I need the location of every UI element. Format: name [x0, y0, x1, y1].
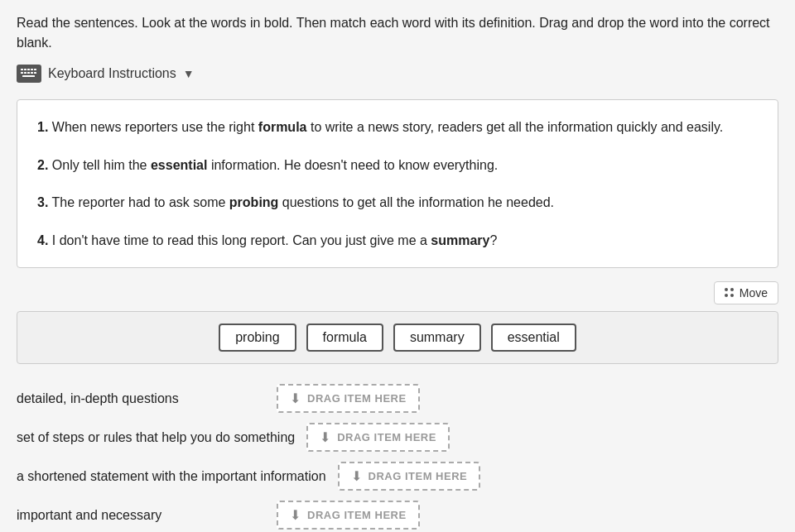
svg-rect-0	[21, 69, 23, 70]
drop-icon-3: ⬇	[351, 468, 362, 484]
chevron-down-icon: ▼	[183, 67, 195, 80]
sentence-2-number: 2.	[37, 158, 48, 172]
instructions-text: Read the sentences. Look at the words in…	[17, 13, 778, 53]
sentence-1-number: 1.	[37, 120, 48, 134]
keyboard-instructions-label: Keyboard Instructions	[48, 66, 176, 81]
drag-word-probing[interactable]: probing	[219, 324, 296, 352]
drop-label-3: DRAG ITEM HERE	[369, 470, 468, 482]
sentence-3: 3. The reporter had to ask some probing …	[37, 192, 758, 213]
drag-word-summary[interactable]: summary	[393, 324, 481, 352]
sentence-4-number: 4.	[37, 233, 48, 247]
keyboard-instructions-bar[interactable]: Keyboard Instructions ▼	[17, 65, 778, 83]
sentence-4: 4. I don't have time to read this long r…	[37, 230, 758, 252]
sentence-2-bold: essential	[151, 158, 207, 172]
svg-rect-3	[31, 69, 33, 70]
sentence-1-bold: formula	[258, 120, 307, 134]
sentence-3-before: The reporter had to ask some	[52, 195, 229, 209]
definition-row-4: important and necessary ⬇ DRAG ITEM HERE	[17, 501, 778, 530]
sentence-3-after: questions to get all the information he …	[278, 195, 554, 209]
definition-row-2: set of steps or rules that help you do s…	[17, 423, 778, 452]
definition-text-4: important and necessary	[17, 508, 265, 523]
sentence-3-number: 3.	[37, 195, 48, 209]
sentence-1-after: to write a news story, readers get all t…	[306, 120, 723, 134]
drag-words-box: probing formula summary essential	[17, 311, 778, 364]
drop-target-3[interactable]: ⬇ DRAG ITEM HERE	[338, 462, 481, 491]
sentence-3-bold: probing	[229, 195, 279, 209]
svg-rect-9	[34, 72, 36, 74]
drag-word-essential[interactable]: essential	[491, 324, 576, 352]
sentences-box: 1. When news reporters use the right for…	[17, 99, 778, 268]
sentence-2: 2. Only tell him the essential informati…	[37, 155, 758, 176]
sentence-4-after: ?	[489, 233, 497, 247]
move-button[interactable]: Move	[714, 281, 778, 304]
drop-label-4: DRAG ITEM HERE	[307, 509, 407, 521]
sentence-2-before: Only tell him the	[52, 158, 151, 172]
grid-icon	[725, 288, 735, 298]
drop-target-4[interactable]: ⬇ DRAG ITEM HERE	[277, 501, 420, 530]
drop-icon-1: ⬇	[290, 391, 301, 406]
svg-rect-8	[31, 72, 33, 74]
definition-text-3: a shortened statement with the important…	[17, 469, 326, 484]
definition-text-2: set of steps or rules that help you do s…	[17, 430, 295, 445]
svg-rect-7	[27, 72, 30, 74]
svg-rect-6	[24, 72, 26, 74]
move-bar: Move	[17, 281, 778, 304]
sentence-2-after: information. He doesn't need to know eve…	[207, 158, 498, 172]
drop-icon-2: ⬇	[320, 429, 330, 445]
svg-rect-5	[21, 72, 23, 74]
drop-target-1[interactable]: ⬇ DRAG ITEM HERE	[277, 384, 420, 413]
drag-word-formula[interactable]: formula	[306, 324, 383, 352]
drop-label-1: DRAG ITEM HERE	[307, 392, 407, 405]
svg-rect-4	[34, 69, 36, 70]
svg-rect-10	[22, 75, 35, 77]
svg-rect-2	[27, 69, 30, 70]
sentence-1: 1. When news reporters use the right for…	[37, 117, 758, 138]
definition-text-1: detailed, in-depth questions	[17, 391, 265, 406]
svg-rect-1	[24, 69, 26, 70]
sentence-1-before: When news reporters use the right	[52, 120, 258, 134]
keyboard-icon	[17, 65, 41, 83]
sentence-4-bold: summary	[431, 233, 489, 247]
definitions-section: detailed, in-depth questions ⬇ DRAG ITEM…	[17, 384, 778, 530]
drop-target-2[interactable]: ⬇ DRAG ITEM HERE	[306, 423, 450, 452]
drop-label-2: DRAG ITEM HERE	[337, 431, 436, 443]
definition-row-3: a shortened statement with the important…	[17, 462, 778, 491]
definition-row-1: detailed, in-depth questions ⬇ DRAG ITEM…	[17, 384, 778, 413]
sentence-4-before: I don't have time to read this long repo…	[52, 233, 431, 247]
drop-icon-4: ⬇	[290, 507, 301, 523]
move-button-label: Move	[740, 286, 768, 300]
